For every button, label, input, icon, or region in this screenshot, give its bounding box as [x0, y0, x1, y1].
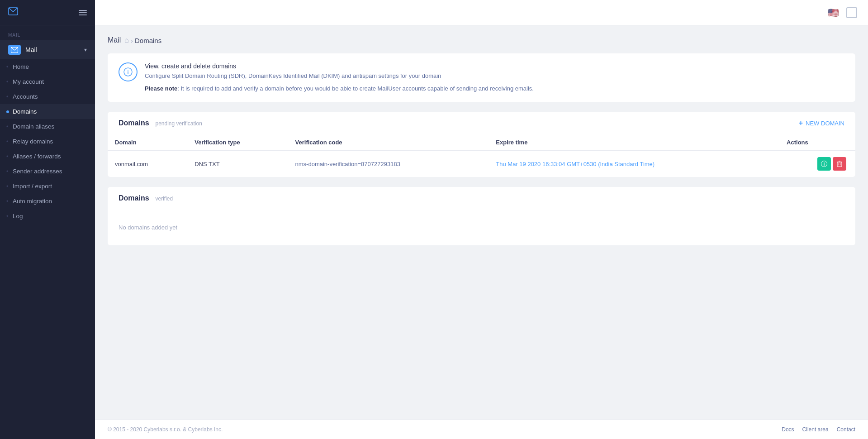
breadcrumb-separator: › [131, 37, 133, 44]
footer-links: DocsClient areaContact [782, 426, 855, 433]
page-footer: © 2015 - 2020 Cyberlabs s.r.o. & Cyberla… [95, 420, 868, 439]
mail-nav-icon [8, 45, 21, 55]
hamburger-icon[interactable] [79, 10, 87, 15]
table-col-expire-time: Expire time [489, 134, 779, 151]
home-icon: ⌂ [124, 36, 129, 44]
info-card-note: Please note: It is required to add and v… [145, 84, 534, 93]
new-domain-button[interactable]: + NEW DOMAIN [799, 119, 844, 127]
domains-verified-title-group: Domains verified [119, 194, 173, 202]
new-domain-label: NEW DOMAIN [806, 120, 844, 127]
domains-pending-table: DomainVerification typeVerification code… [108, 134, 855, 177]
plus-icon: + [799, 119, 803, 127]
domains-pending-badge: pending verification [155, 120, 202, 127]
breadcrumb-current: Domains [135, 37, 161, 44]
footer-link-client-area[interactable]: Client area [802, 426, 829, 433]
svg-point-4 [128, 70, 128, 71]
table-body: vonmail.comDNS TXTnms-domain-verificatio… [108, 151, 855, 177]
domains-verified-title: Domains [119, 194, 149, 202]
table-header: DomainVerification typeVerification code… [108, 134, 855, 151]
domains-verified-header: Domains verified [108, 187, 855, 210]
domains-pending-card: Domains pending verification + NEW DOMAI… [108, 112, 855, 177]
topbar: 🇺🇸 [95, 0, 868, 25]
mail-logo-icon [8, 7, 18, 18]
language-flag[interactable]: 🇺🇸 [826, 8, 840, 18]
mail-nav-label: Mail [25, 46, 37, 53]
sidebar-section-label: MAIL [0, 25, 95, 40]
chevron-down-icon: ▾ [84, 47, 87, 53]
sidebar-item-import-export[interactable]: Import / export [0, 179, 95, 194]
sidebar-item-my-account[interactable]: My account [0, 74, 95, 89]
expire-time-cell: Thu Mar 19 2020 16:33:04 GMT+0530 (India… [489, 151, 779, 177]
info-card-desc: Configure Split Domain Routing (SDR), Do… [145, 72, 534, 81]
sidebar-item-sender-addresses[interactable]: Sender addresses [0, 164, 95, 179]
table-col-verification-code: Verification code [288, 134, 489, 151]
table-col-verification-type: Verification type [187, 134, 288, 151]
sidebar-item-home[interactable]: Home [0, 59, 95, 74]
info-card-note-bold: Please note [145, 85, 177, 92]
footer-link-contact[interactable]: Contact [837, 426, 855, 433]
info-card-icon [119, 62, 138, 81]
info-card: View, create and delete domains Configur… [108, 53, 855, 102]
table-col-domain: Domain [108, 134, 187, 151]
page-content: Mail ⌂ › Domains View, create and delete… [95, 25, 868, 420]
actions-cell [779, 151, 855, 177]
svg-rect-8 [837, 162, 842, 167]
sidebar-item-log[interactable]: Log [0, 209, 95, 224]
sidebar-item-domains[interactable]: Domains [0, 104, 95, 119]
sidebar-item-domain-aliases[interactable]: Domain aliases [0, 119, 95, 134]
domains-pending-header: Domains pending verification + NEW DOMAI… [108, 112, 855, 134]
delete-action-button[interactable] [833, 157, 846, 171]
sidebar-item-accounts[interactable]: Accounts [0, 89, 95, 104]
domain-cell: vonmail.com [108, 151, 187, 177]
table-row: vonmail.comDNS TXTnms-domain-verificatio… [108, 151, 855, 177]
verification-type-cell: DNS TXT [187, 151, 288, 177]
footer-copyright: © 2015 - 2020 Cyberlabs s.r.o. & Cyberla… [108, 426, 223, 433]
table-col-actions: Actions [779, 134, 855, 151]
sidebar-nav: HomeMy accountAccountsDomainsDomain alia… [0, 59, 95, 224]
window-icon[interactable] [846, 7, 857, 18]
svg-point-7 [824, 162, 824, 162]
main-content: 🇺🇸 Mail ⌂ › Domains View, create and del… [95, 0, 868, 439]
sidebar-item-relay-domains[interactable]: Relay domains [0, 134, 95, 149]
sidebar-item-aliases-forwards[interactable]: Aliases / forwards [0, 149, 95, 164]
footer-link-docs[interactable]: Docs [782, 426, 794, 433]
domains-pending-title: Domains [119, 119, 149, 127]
domains-verified-badge: verified [155, 196, 173, 202]
sidebar: MAIL Mail ▾ HomeMy accountAccountsDomain… [0, 0, 95, 439]
sidebar-item-mail[interactable]: Mail ▾ [0, 40, 95, 59]
breadcrumb: Mail ⌂ › Domains [108, 36, 855, 44]
info-card-note-text: : It is required to add and verify a dom… [177, 85, 534, 92]
sidebar-top [0, 0, 95, 25]
domains-verified-card: Domains verified No domains added yet [108, 187, 855, 245]
sidebar-item-auto-migration[interactable]: Auto migration [0, 194, 95, 209]
table-header-row: DomainVerification typeVerification code… [108, 134, 855, 151]
domains-pending-title-group: Domains pending verification [119, 119, 202, 127]
no-domains-message: No domains added yet [108, 210, 855, 245]
info-card-title: View, create and delete domains [145, 62, 534, 70]
info-action-button[interactable] [817, 157, 831, 171]
breadcrumb-section: Mail [108, 36, 121, 44]
verification-code-cell: nms-domain-verification=870727293183 [288, 151, 489, 177]
info-card-text: View, create and delete domains Configur… [145, 62, 534, 93]
